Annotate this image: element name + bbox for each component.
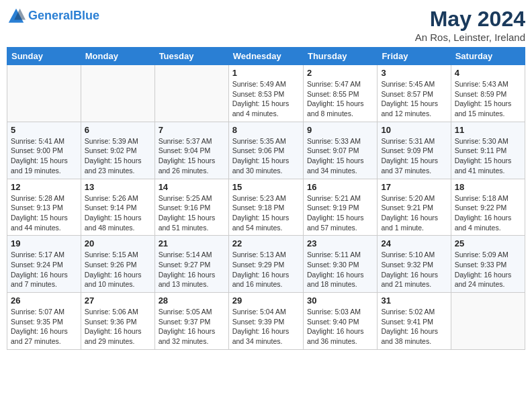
day-info: Sunrise: 5:10 AM Sunset: 9:32 PM Dayligh… [381, 250, 447, 289]
logo-icon [7, 7, 26, 26]
calendar-cell: 28Sunrise: 5:05 AM Sunset: 9:37 PM Dayli… [154, 293, 228, 350]
day-number: 28 [159, 295, 225, 306]
calendar-cell [451, 293, 525, 350]
calendar-cell: 7Sunrise: 5:37 AM Sunset: 9:04 PM Daylig… [154, 122, 228, 179]
day-info: Sunrise: 5:45 AM Sunset: 8:57 PM Dayligh… [381, 79, 447, 119]
calendar-cell: 5Sunrise: 5:41 AM Sunset: 9:00 PM Daylig… [7, 122, 81, 179]
day-number: 5 [11, 125, 77, 135]
day-number: 4 [455, 68, 521, 78]
day-info: Sunrise: 5:30 AM Sunset: 9:11 PM Dayligh… [455, 136, 521, 176]
calendar-cell: 30Sunrise: 5:03 AM Sunset: 9:40 PM Dayli… [303, 293, 377, 350]
day-info: Sunrise: 5:02 AM Sunset: 9:41 PM Dayligh… [381, 307, 447, 347]
weekday-header-saturday: Saturday [451, 48, 525, 65]
day-info: Sunrise: 5:09 AM Sunset: 9:33 PM Dayligh… [455, 250, 521, 289]
day-number: 2 [307, 68, 373, 78]
logo: GeneralBlue [7, 7, 99, 26]
day-info: Sunrise: 5:23 AM Sunset: 9:18 PM Dayligh… [232, 193, 300, 233]
week-row-4: 19Sunrise: 5:17 AM Sunset: 9:24 PM Dayli… [7, 236, 525, 293]
calendar-cell [7, 65, 81, 122]
calendar-cell: 25Sunrise: 5:09 AM Sunset: 9:33 PM Dayli… [451, 236, 525, 293]
calendar-cell: 14Sunrise: 5:25 AM Sunset: 9:16 PM Dayli… [154, 179, 228, 236]
calendar-cell: 13Sunrise: 5:26 AM Sunset: 9:14 PM Dayli… [81, 179, 154, 236]
day-info: Sunrise: 5:17 AM Sunset: 9:24 PM Dayligh… [11, 250, 77, 289]
weekday-header-wednesday: Wednesday [228, 48, 303, 65]
day-info: Sunrise: 5:33 AM Sunset: 9:07 PM Dayligh… [307, 136, 373, 176]
day-info: Sunrise: 5:41 AM Sunset: 9:00 PM Dayligh… [11, 136, 77, 176]
title-area: May 2024 An Ros, Leinster, Ireland [415, 7, 525, 43]
day-number: 31 [381, 295, 447, 306]
weekday-header-tuesday: Tuesday [154, 48, 228, 65]
day-number: 16 [307, 182, 373, 192]
calendar-cell: 23Sunrise: 5:11 AM Sunset: 9:30 PM Dayli… [303, 236, 377, 293]
calendar-cell: 1Sunrise: 5:49 AM Sunset: 8:53 PM Daylig… [228, 65, 303, 122]
calendar-cell: 10Sunrise: 5:31 AM Sunset: 9:09 PM Dayli… [378, 122, 451, 179]
calendar-cell: 12Sunrise: 5:28 AM Sunset: 9:13 PM Dayli… [7, 179, 81, 236]
calendar-cell: 9Sunrise: 5:33 AM Sunset: 9:07 PM Daylig… [303, 122, 377, 179]
day-info: Sunrise: 5:04 AM Sunset: 9:39 PM Dayligh… [232, 307, 300, 347]
day-number: 22 [232, 238, 300, 248]
day-number: 19 [11, 238, 77, 248]
calendar-cell: 16Sunrise: 5:21 AM Sunset: 9:19 PM Dayli… [303, 179, 377, 236]
location-title: An Ros, Leinster, Ireland [415, 32, 525, 43]
calendar-cell: 22Sunrise: 5:13 AM Sunset: 9:29 PM Dayli… [228, 236, 303, 293]
calendar-cell: 3Sunrise: 5:45 AM Sunset: 8:57 PM Daylig… [378, 65, 451, 122]
calendar-cell: 20Sunrise: 5:15 AM Sunset: 9:26 PM Dayli… [81, 236, 154, 293]
calendar-cell: 15Sunrise: 5:23 AM Sunset: 9:18 PM Dayli… [228, 179, 303, 236]
day-number: 1 [232, 68, 300, 78]
day-number: 13 [85, 182, 151, 192]
day-info: Sunrise: 5:15 AM Sunset: 9:26 PM Dayligh… [85, 250, 151, 289]
day-number: 24 [381, 238, 447, 248]
logo-text: GeneralBlue [28, 9, 99, 23]
day-number: 23 [307, 238, 373, 248]
day-number: 17 [381, 182, 447, 192]
calendar-cell: 24Sunrise: 5:10 AM Sunset: 9:32 PM Dayli… [378, 236, 451, 293]
day-number: 6 [85, 125, 151, 135]
header: GeneralBlue May 2024 An Ros, Leinster, I… [7, 7, 525, 43]
day-number: 27 [85, 295, 151, 306]
day-info: Sunrise: 5:43 AM Sunset: 8:59 PM Dayligh… [455, 79, 521, 119]
day-number: 26 [11, 295, 77, 306]
day-number: 20 [85, 238, 151, 248]
day-info: Sunrise: 5:21 AM Sunset: 9:19 PM Dayligh… [307, 193, 373, 233]
calendar-table: SundayMondayTuesdayWednesdayThursdayFrid… [7, 47, 525, 350]
day-info: Sunrise: 5:37 AM Sunset: 9:04 PM Dayligh… [159, 136, 225, 176]
day-number: 7 [159, 125, 225, 135]
day-info: Sunrise: 5:14 AM Sunset: 9:27 PM Dayligh… [159, 250, 225, 289]
day-number: 12 [11, 182, 77, 192]
day-number: 14 [159, 182, 225, 192]
day-info: Sunrise: 5:06 AM Sunset: 9:36 PM Dayligh… [85, 307, 151, 347]
weekday-header-sunday: Sunday [7, 48, 81, 65]
day-number: 21 [159, 238, 225, 248]
calendar-cell: 19Sunrise: 5:17 AM Sunset: 9:24 PM Dayli… [7, 236, 81, 293]
calendar-cell: 8Sunrise: 5:35 AM Sunset: 9:06 PM Daylig… [228, 122, 303, 179]
day-number: 11 [455, 125, 521, 135]
day-info: Sunrise: 5:47 AM Sunset: 8:55 PM Dayligh… [307, 79, 373, 119]
weekday-header-thursday: Thursday [303, 48, 377, 65]
day-info: Sunrise: 5:35 AM Sunset: 9:06 PM Dayligh… [232, 136, 300, 176]
month-title: May 2024 [415, 7, 525, 32]
day-info: Sunrise: 5:03 AM Sunset: 9:40 PM Dayligh… [307, 307, 373, 347]
day-info: Sunrise: 5:39 AM Sunset: 9:02 PM Dayligh… [85, 136, 151, 176]
day-number: 29 [232, 295, 300, 306]
day-info: Sunrise: 5:07 AM Sunset: 9:35 PM Dayligh… [11, 307, 77, 347]
day-number: 3 [381, 68, 447, 78]
calendar-cell: 29Sunrise: 5:04 AM Sunset: 9:39 PM Dayli… [228, 293, 303, 350]
day-info: Sunrise: 5:05 AM Sunset: 9:37 PM Dayligh… [159, 307, 225, 347]
calendar-cell: 6Sunrise: 5:39 AM Sunset: 9:02 PM Daylig… [81, 122, 154, 179]
logo-line2: Blue [73, 9, 99, 22]
week-row-2: 5Sunrise: 5:41 AM Sunset: 9:00 PM Daylig… [7, 122, 525, 179]
calendar-cell: 31Sunrise: 5:02 AM Sunset: 9:41 PM Dayli… [378, 293, 451, 350]
day-info: Sunrise: 5:25 AM Sunset: 9:16 PM Dayligh… [159, 193, 225, 233]
calendar-cell: 4Sunrise: 5:43 AM Sunset: 8:59 PM Daylig… [451, 65, 525, 122]
day-info: Sunrise: 5:13 AM Sunset: 9:29 PM Dayligh… [232, 250, 300, 289]
week-row-5: 26Sunrise: 5:07 AM Sunset: 9:35 PM Dayli… [7, 293, 525, 350]
weekday-header-row: SundayMondayTuesdayWednesdayThursdayFrid… [7, 48, 525, 65]
calendar-cell: 26Sunrise: 5:07 AM Sunset: 9:35 PM Dayli… [7, 293, 81, 350]
day-info: Sunrise: 5:49 AM Sunset: 8:53 PM Dayligh… [232, 79, 300, 119]
day-number: 15 [232, 182, 300, 192]
day-number: 18 [455, 182, 521, 192]
calendar-cell: 17Sunrise: 5:20 AM Sunset: 9:21 PM Dayli… [378, 179, 451, 236]
day-info: Sunrise: 5:28 AM Sunset: 9:13 PM Dayligh… [11, 193, 77, 233]
calendar-cell: 18Sunrise: 5:18 AM Sunset: 9:22 PM Dayli… [451, 179, 525, 236]
weekday-header-friday: Friday [378, 48, 451, 65]
